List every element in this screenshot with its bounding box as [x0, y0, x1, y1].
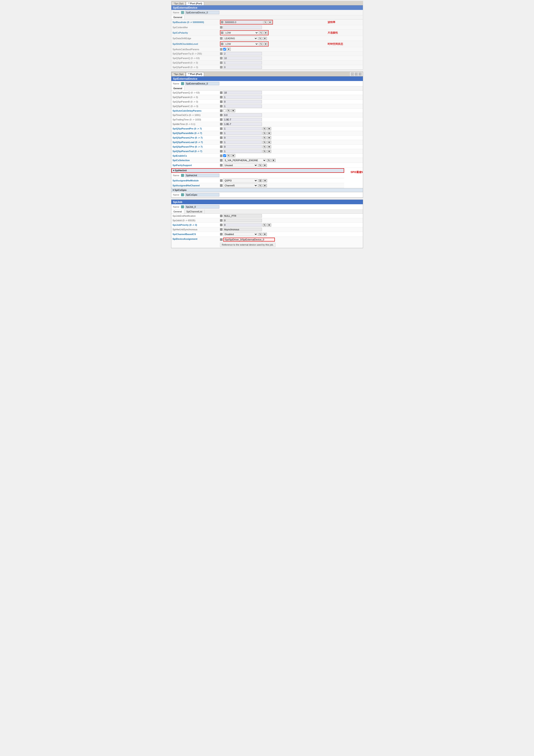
top-name-input[interactable]	[185, 11, 219, 14]
csselection-select[interactable]: S_VIA_PERIPHERAL_ENGINE	[223, 158, 266, 162]
idletime-input[interactable]	[223, 122, 262, 126]
baudrate-btn2[interactable]: ▼	[268, 21, 272, 24]
spijob-name-input[interactable]	[185, 205, 219, 208]
paramtq-input[interactable]	[223, 52, 262, 55]
cspolarity-select[interactable]: LOW HIGH	[224, 31, 259, 35]
baudrate-btn1[interactable]: ✎	[264, 21, 267, 24]
shiftedge-btn1[interactable]: ✎	[258, 37, 262, 40]
enablecs-btn1[interactable]: ✎	[227, 154, 231, 157]
spijob-tab-general[interactable]: General	[171, 210, 184, 213]
parama-input[interactable]	[223, 61, 262, 65]
paramlead-btn1[interactable]: ✎	[263, 141, 267, 144]
autocalcdelay-btn2[interactable]: ▼	[231, 109, 236, 112]
prop-cspolarity-name: SpiCsPolarity	[171, 30, 219, 36]
minimize-btn[interactable]: −	[351, 73, 354, 76]
parama2-input[interactable]	[223, 95, 262, 99]
spicsgpio-icon	[181, 193, 184, 196]
hwmodule-btn2[interactable]: ▼	[263, 179, 267, 182]
enablecs-check[interactable]	[223, 154, 226, 157]
restore-btn[interactable]: □	[355, 73, 358, 76]
paramtrail-btn2[interactable]: ▼	[267, 150, 271, 153]
top-general-tab[interactable]: General	[171, 15, 185, 19]
tab-port[interactable]: * *Port (Port)	[186, 2, 204, 5]
trailtime-input[interactable]	[223, 118, 262, 121]
clockidle-select[interactable]: LOW HIGH	[224, 42, 259, 46]
clockidle-btn1[interactable]: ✎	[259, 42, 263, 46]
paramq-input[interactable]	[223, 56, 262, 60]
shiftedge-select[interactable]: LEADING TRAILING	[223, 37, 258, 40]
hwchannel-btn2[interactable]: ▼	[263, 184, 267, 187]
spihwunit-name-input[interactable]	[185, 174, 219, 177]
paramlpre-btn1[interactable]: ✎	[263, 136, 267, 139]
paramq2-input[interactable]	[223, 91, 262, 94]
csselection-btn1[interactable]: ✎	[267, 159, 271, 162]
paramc-input[interactable]	[223, 104, 262, 108]
csid-input[interactable]	[223, 26, 262, 29]
paramlpre-input[interactable]	[223, 136, 262, 139]
paramlead-input[interactable]	[223, 141, 262, 144]
clockidle-btn2[interactable]: ▼	[264, 42, 268, 46]
hwchannel-select[interactable]: Channel5	[223, 183, 258, 187]
main-name-input[interactable]	[185, 82, 219, 85]
paramidle-btn1[interactable]: ✎	[263, 132, 267, 135]
jobpriority-btn2[interactable]: ▼	[267, 224, 271, 227]
prop-shiftedge-name: SpiDataShiftEdge	[171, 36, 219, 41]
timeck2cs-input[interactable]	[223, 113, 262, 117]
main-tab-port[interactable]: * *Port (Port)	[186, 72, 204, 76]
paramlpre-btn2[interactable]: ▼	[267, 136, 271, 139]
close-btn[interactable]: ×	[359, 73, 362, 76]
paramb2-input[interactable]	[223, 100, 262, 103]
paramb-input[interactable]	[223, 66, 262, 69]
paramipre-input[interactable]	[223, 127, 262, 130]
paramlead-btn2[interactable]: ▼	[267, 141, 271, 144]
baudrate-input[interactable]	[224, 20, 263, 24]
deviceassign-icon	[220, 238, 222, 241]
cspolarity-btn1[interactable]: ✎	[259, 31, 263, 35]
main-general-tab[interactable]: General	[171, 86, 185, 90]
autocalcbaud-btn[interactable]: ▼	[227, 48, 231, 51]
paramtq-icon	[220, 52, 222, 55]
trailtime-icon	[220, 118, 222, 121]
prop-autocalcbaud-value: ▼	[219, 47, 323, 51]
autocalcdelay-btn1[interactable]: ✎	[227, 109, 231, 112]
main-tab-spi[interactable]: *Spi (Spi)	[172, 72, 186, 76]
jobpriority-btn1[interactable]: ✎	[263, 224, 267, 227]
spicsgpio-name-input[interactable]	[185, 193, 219, 197]
spijob-tabs: General SpiChannelList	[171, 210, 363, 214]
paramtpre-btn1[interactable]: ✎	[263, 145, 267, 148]
csselection-btn2[interactable]: ▼	[271, 159, 276, 162]
row-hwunitsync: SpiHwUnitSynchronous	[171, 227, 363, 232]
autocalcdelay-check[interactable]	[223, 109, 226, 112]
channelbasedcs-btn1[interactable]: ✎	[258, 233, 262, 236]
paramipre-btn2[interactable]: ▼	[267, 127, 271, 130]
hwunitsync-input	[223, 228, 262, 231]
hwmodule-btn1[interactable]: ☰	[258, 179, 262, 182]
spijob-tab-channellist[interactable]: SpiChannelList	[184, 210, 205, 213]
paramidle-input[interactable]	[223, 131, 262, 135]
paramtrail-input[interactable]	[223, 149, 262, 153]
deviceassign-input[interactable]	[223, 238, 275, 241]
channelbasedcs-select[interactable]: Disabled Enabled	[223, 232, 258, 236]
paramipre-btn1[interactable]: ✎	[263, 127, 267, 130]
row-parama2: SpiQSpiParamA (0 -> 3)	[171, 95, 363, 99]
channelbasedcs-btn2[interactable]: ▼	[263, 233, 267, 236]
paritysupport-btn2[interactable]: ▼	[263, 164, 267, 167]
prop-row-clockidle: SpiShiftClockIdleLevel LOW HIGH ✎ ▼	[171, 41, 363, 47]
shiftedge-btn2[interactable]: ▼	[263, 37, 267, 40]
paritysupport-btn1[interactable]: ✎	[258, 164, 262, 167]
hwchannel-btn1[interactable]: ✎	[258, 184, 262, 187]
paritysupport-select[interactable]: Unused EVEN ODD	[223, 163, 258, 167]
cspolarity-annotation: 片选极性	[323, 30, 363, 36]
paramidle-btn2[interactable]: ▼	[267, 132, 271, 135]
hwmodule-select[interactable]: QSPI3	[223, 178, 258, 182]
autocalcbaud-check[interactable]	[223, 48, 226, 51]
top-name-label: Name	[173, 11, 179, 14]
paramtpre-input[interactable]	[223, 145, 262, 148]
paramtrail-btn1[interactable]: ✎	[263, 150, 267, 153]
spihwunit-name-label: Name	[173, 174, 179, 177]
paramtpre-btn2[interactable]: ▼	[267, 145, 271, 148]
enablecs-btn2[interactable]: ▼	[231, 154, 236, 157]
jobpriority-input[interactable]	[223, 223, 262, 227]
tab-spi[interactable]: *Spi (Spi)	[172, 2, 186, 5]
cspolarity-btn2[interactable]: ▼	[264, 31, 268, 35]
